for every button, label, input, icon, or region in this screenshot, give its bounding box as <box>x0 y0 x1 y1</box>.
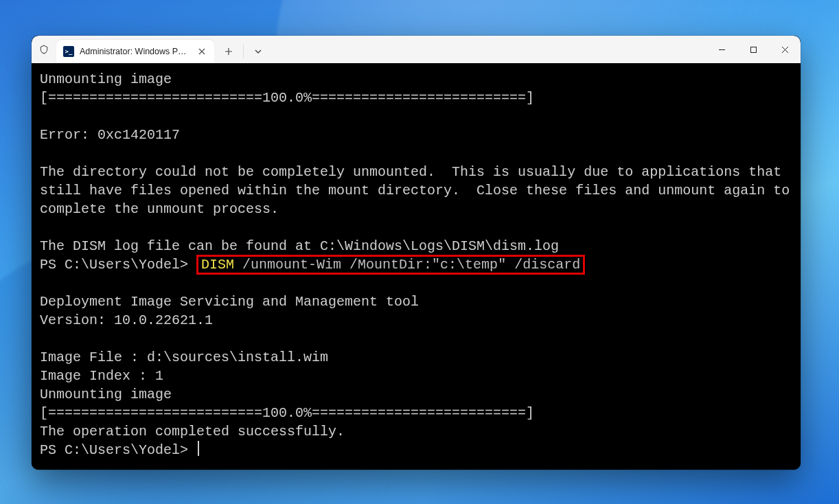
output-line: The DISM log file can be found at C:\Win… <box>40 238 559 254</box>
output-line: The operation completed successfully. <box>40 424 345 439</box>
tab-title: Administrator: Windows Powe <box>80 47 189 56</box>
maximize-button[interactable] <box>737 36 769 63</box>
output-line: [==========================100.0%=======… <box>40 90 534 106</box>
tab-close-button[interactable] <box>196 46 207 57</box>
cursor <box>198 441 199 456</box>
output-line: Error: 0xc1420117 <box>40 127 180 143</box>
title-bar-left: >_ Administrator: Windows Powe <box>32 36 270 63</box>
title-bar-drag-area[interactable] <box>270 36 706 63</box>
output-line: [==========================100.0%=======… <box>40 405 534 421</box>
new-tab-button[interactable] <box>217 40 240 63</box>
highlighted-command: DISM /unmount-Wim /MountDir:"c:\temp" /d… <box>196 255 585 275</box>
output-line: Image Index : 1 <box>40 368 163 384</box>
close-button[interactable] <box>769 36 801 63</box>
minimize-button[interactable] <box>706 36 737 63</box>
powershell-icon: >_ <box>63 46 74 57</box>
prompt: PS C:\Users\Yodel> <box>40 257 196 273</box>
output-line: Version: 10.0.22621.1 <box>40 312 213 328</box>
svg-rect-5 <box>750 47 756 52</box>
title-bar[interactable]: >_ Administrator: Windows Powe <box>32 36 801 63</box>
tab-dropdown-button[interactable] <box>246 40 270 63</box>
output-line: Image File : d:\sources\install.wim <box>40 350 328 365</box>
tab-divider <box>243 45 244 58</box>
prompt: PS C:\Users\Yodel> <box>40 442 196 458</box>
shield-icon <box>38 44 49 55</box>
terminal-body[interactable]: Unmounting image [======================… <box>32 63 801 470</box>
terminal-window: >_ Administrator: Windows Powe <box>32 36 801 470</box>
window-controls <box>706 36 801 63</box>
tab-powershell[interactable]: >_ Administrator: Windows Powe <box>56 40 214 63</box>
output-line: Deployment Image Servicing and Managemen… <box>40 294 419 310</box>
output-line: Unmounting image <box>40 387 172 402</box>
command-name: DISM <box>201 257 234 273</box>
command-args: /unmount-Wim /MountDir:"c:\temp" /discar… <box>234 257 580 273</box>
output-line: Unmounting image <box>40 71 172 87</box>
output-line: The directory could not be completely un… <box>40 164 798 217</box>
